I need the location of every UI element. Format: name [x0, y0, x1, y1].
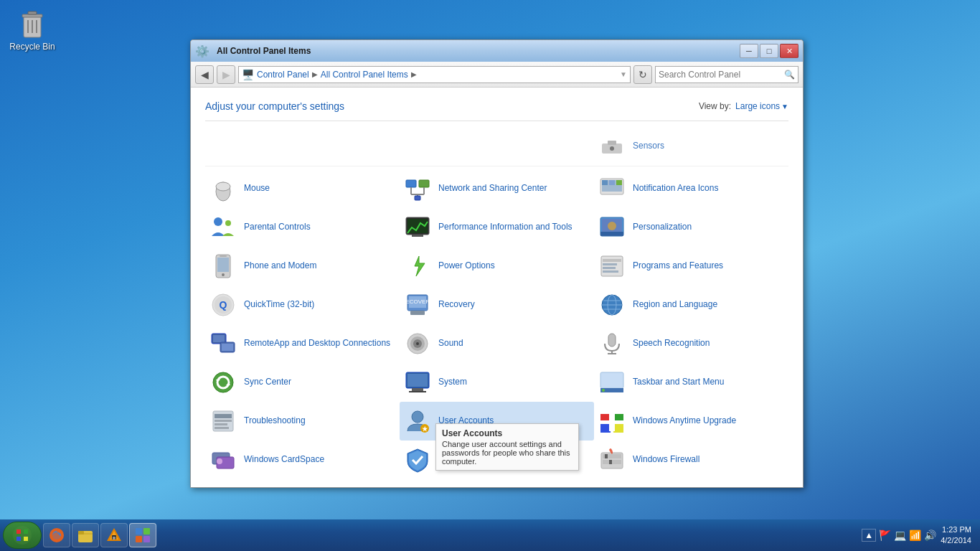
svg-rect-70	[600, 372, 623, 388]
address-segment-control-panel[interactable]: Control Panel	[257, 70, 309, 80]
grid-item-parental[interactable]: Parental Controls	[205, 208, 400, 247]
sensors-label: Sensors	[633, 141, 664, 152]
grid-item-network[interactable]: Network and Sharing Center	[400, 169, 594, 208]
taskbar-control-panel[interactable]	[129, 523, 156, 547]
grid-item-taskbar[interactable]: Taskbar and Start Menu	[594, 363, 788, 402]
troubleshooting-icon	[209, 408, 237, 435]
tray-icons: ▲ 🚩 💻 📶 🔊	[862, 529, 936, 542]
svg-rect-7	[608, 141, 616, 145]
address-segment-all-items[interactable]: All Control Panel Items	[321, 70, 408, 80]
phone-label: Phone and Modem	[244, 260, 316, 272]
svg-rect-39	[603, 263, 617, 265]
remote-icon	[209, 330, 237, 357]
cardspace-label: Windows CardSpace	[244, 454, 324, 466]
grid-item-programs[interactable]: Programs and Features	[594, 247, 788, 286]
grid-item-notification[interactable]: Notification Area Icons	[594, 169, 788, 208]
content-area: Adjust your computer's settings View by:…	[191, 88, 803, 487]
svg-rect-32	[600, 232, 623, 236]
grid-item-phone[interactable]: Phone and Modem	[205, 247, 400, 286]
window-title: All Control Panel Items	[217, 46, 311, 56]
grid-item-troubleshooting[interactable]: Troubleshooting	[205, 402, 400, 441]
mouse-icon	[209, 175, 237, 202]
cardspace-icon	[209, 446, 237, 474]
grid-item-anytime[interactable]: Windows Anytime Upgrade	[594, 402, 788, 441]
grid-item-update[interactable]: Windows Update	[400, 479, 594, 487]
recycle-bin-graphic	[18, 7, 47, 42]
svg-text:★: ★	[422, 425, 428, 433]
svg-point-98	[13, 526, 32, 545]
svg-rect-40	[603, 267, 616, 269]
search-input[interactable]	[659, 70, 781, 80]
grid-item-sync[interactable]: Sync Center	[205, 363, 400, 402]
grid-item-mouse[interactable]: Mouse	[205, 169, 400, 208]
system-clock[interactable]: 1:23 PM 4/2/2014	[941, 524, 971, 547]
taskbar-menu-label: Taskbar and Start Menu	[633, 377, 724, 388]
grid-item-cardspace[interactable]: Windows CardSpace	[205, 441, 400, 479]
svg-rect-100	[24, 529, 28, 534]
window-controls: ─ □ ✕	[740, 44, 798, 58]
system-label: System	[438, 377, 467, 388]
user-accounts-icon: ★	[404, 408, 431, 435]
grid-item-region[interactable]: Region and Language	[594, 286, 788, 324]
grid-item-speech[interactable]: Speech Recognition	[594, 324, 788, 363]
svg-rect-55	[213, 335, 225, 342]
recycle-bin-icon[interactable]: Recycle Bin	[7, 7, 57, 52]
items-grid: Mouse	[205, 169, 788, 487]
svg-rect-77	[215, 427, 229, 429]
forward-button[interactable]: ▶	[217, 65, 235, 84]
grid-item-power[interactable]: Power Options	[400, 247, 594, 286]
taskbar-explorer[interactable]	[72, 523, 99, 547]
grid-item-sensors[interactable]: Sensors	[594, 127, 788, 166]
sync-label: Sync Center	[244, 377, 291, 388]
taskbar-firefox[interactable]	[43, 523, 70, 547]
svg-rect-41	[603, 270, 618, 273]
tooltip-body: Change user account settings and passwor…	[442, 440, 573, 466]
svg-rect-115	[143, 536, 150, 542]
grid-item-remote[interactable]: RemoteApp and Desktop Connections	[205, 324, 400, 363]
search-icon[interactable]: 🔍	[784, 70, 795, 80]
recovery-icon: RECOVERY	[404, 291, 431, 319]
recovery-label: Recovery	[438, 299, 475, 311]
grid-item-recovery[interactable]: RECOVERY Recovery	[400, 286, 594, 324]
anytime-label: Windows Anytime Upgrade	[633, 415, 736, 427]
grid-item-system[interactable]: System	[400, 363, 594, 402]
maximize-button[interactable]: □	[760, 44, 778, 58]
network-label: Network and Sharing Center	[438, 183, 547, 194]
close-button[interactable]: ✕	[780, 44, 798, 58]
tooltip-title: User Accounts	[442, 428, 573, 438]
refresh-button[interactable]: ↻	[633, 65, 652, 84]
quicktime-icon: Q	[209, 291, 237, 319]
main-panel: Adjust your computer's settings View by:…	[191, 88, 803, 487]
taskbar-vlc[interactable]	[100, 523, 128, 547]
parental-icon	[209, 214, 237, 241]
grid-item-mobility[interactable]: Windows Mobility Center	[205, 479, 400, 487]
grid-item-perf[interactable]: Performance Information and Tools	[400, 208, 594, 247]
defender-icon	[404, 446, 431, 474]
grid-item-sound[interactable]: Sound	[400, 324, 594, 363]
svg-rect-101	[17, 537, 21, 541]
svg-rect-57	[222, 344, 233, 351]
svg-rect-69	[409, 391, 426, 392]
svg-rect-47	[410, 311, 425, 315]
systray: ▲ 🚩 💻 📶 🔊 1:23 PM 4/2/2014	[862, 524, 977, 547]
svg-rect-84	[613, 424, 623, 433]
firewall-label: Windows Firewall	[633, 454, 699, 466]
tray-computer-icon: 💻	[894, 529, 906, 541]
control-panel-window: ⚙️ All Control Panel Items ─ □ ✕ ◀ ▶ 🖥️ …	[190, 39, 804, 488]
tray-arrow[interactable]: ▲	[862, 529, 876, 542]
view-by-value[interactable]: Large icons ▼	[735, 101, 788, 111]
remote-label: RemoteApp and Desktop Connections	[244, 338, 390, 349]
programs-icon	[598, 253, 626, 280]
perf-label: Performance Information and Tools	[438, 222, 573, 233]
grid-item-personalization[interactable]: Personalization	[594, 208, 788, 247]
minimize-button[interactable]: ─	[740, 44, 758, 58]
start-button[interactable]	[3, 522, 42, 549]
back-button[interactable]: ◀	[195, 65, 214, 84]
address-bar[interactable]: 🖥️ Control Panel ▶ All Control Panel Ite…	[238, 66, 631, 83]
clock-date: 4/2/2014	[941, 535, 971, 546]
grid-item-user-accounts[interactable]: ★ User Accounts User Accounts Change use…	[400, 402, 594, 441]
power-label: Power Options	[438, 260, 495, 272]
grid-item-quicktime[interactable]: Q QuickTime (32-bit)	[205, 286, 400, 324]
grid-item-firewall[interactable]: Windows Firewall	[594, 441, 788, 479]
svg-point-61	[416, 342, 419, 345]
